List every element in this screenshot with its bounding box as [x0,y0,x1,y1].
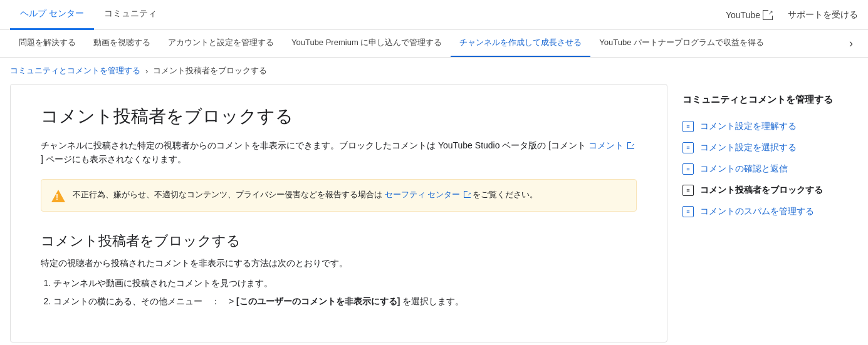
article-description: チャンネルに投稿された特定の視聴者からのコメントを非表示にできます。ブロックした… [41,138,637,167]
nav-community[interactable]: コミュニティ [94,0,167,30]
top-nav-right: YouTube ↗ サポートを受ける [726,9,858,21]
safety-center-external-icon: ↗ [464,191,471,198]
steps-list: チャンネルや動画に投稿されたコメントを見つけます。 コメントの横にある、その他メ… [53,275,637,309]
warning-triangle-icon [51,190,65,202]
sec-nav-premium[interactable]: YouTube Premium に申し込んで管理する [283,30,451,58]
sidebar-doc-icon-2: ≡ [682,142,694,153]
breadcrumb-parent[interactable]: コミュニティとコメントを管理する [10,65,140,76]
step-1: チャンネルや動画に投稿されたコメントを見つけます。 [53,275,637,291]
sec-nav-chevron-icon[interactable]: › [844,37,858,50]
youtube-label: YouTube [726,10,760,20]
sidebar-item-label-1: コメント設定を理解する [700,121,797,132]
sidebar-item-label-2: コメント設定を選択する [700,142,797,153]
sec-nav-channel[interactable]: チャンネルを作成して成長させる [451,30,590,58]
youtube-link[interactable]: YouTube ↗ [726,10,773,20]
breadcrumb-separator: › [145,66,148,76]
sec-nav-watch[interactable]: 動画を視聴する [85,30,159,58]
comment-external-icon: ↗ [627,142,634,149]
sidebar-doc-icon-5: ≡ [682,206,694,217]
warning-text: 不正行為、嫌がらせ、不適切なコンテンツ、プライバシー侵害などを報告する場合は セ… [73,188,538,202]
sidebar-item-comment-settings-select[interactable]: ≡ コメント設定を選択する [682,137,858,158]
top-navigation: ヘルプ センター コミュニティ YouTube ↗ サポートを受ける [0,0,868,30]
sidebar: コミュニティとコメントを管理する ≡ コメント設定を理解する ≡ コメント設定を… [682,84,858,342]
sidebar-item-label-3: コメントの確認と返信 [700,163,788,175]
sec-nav-troubleshoot[interactable]: 問題を解決する [10,30,85,58]
step-2-bold: [このユーザーのコメントを非表示にする] [236,296,400,306]
article-title: コメント投稿者をブロックする [41,105,637,128]
sidebar-doc-icon-4: ≡ [682,185,694,196]
sidebar-item-comment-settings-understand[interactable]: ≡ コメント設定を理解する [682,116,858,137]
sec-nav-account[interactable]: アカウントと設定を管理する [159,30,283,58]
sidebar-item-block-commenter[interactable]: ≡ コメント投稿者をブロックする [682,180,858,201]
sidebar-item-comment-confirm-reply[interactable]: ≡ コメントの確認と返信 [682,158,858,180]
sidebar-doc-icon-3: ≡ [682,163,694,175]
sidebar-doc-icon-1: ≡ [682,121,694,132]
section-title: コメント投稿者をブロックする [41,232,637,250]
comment-link[interactable]: コメント ↗ [588,140,634,150]
sec-nav-partner[interactable]: YouTube パートナープログラムで収益を得る [590,30,773,58]
sidebar-item-label-5: コメントのスパムを管理する [700,206,814,217]
support-link[interactable]: サポートを受ける [788,9,858,21]
article: コメント投稿者をブロックする チャンネルに投稿された特定の視聴者からのコメントを… [10,84,667,342]
breadcrumb: コミュニティとコメントを管理する › コメント投稿者をブロックする [0,58,868,84]
nav-help-center[interactable]: ヘルプ センター [10,0,94,30]
secondary-navigation: 問題を解決する 動画を視聴する アカウントと設定を管理する YouTube Pr… [0,30,868,58]
main-layout: コメント投稿者をブロックする チャンネルに投稿された特定の視聴者からのコメントを… [0,84,868,342]
sidebar-item-label-4: コメント投稿者をブロックする [700,185,823,196]
warning-box: 不正行為、嫌がらせ、不適切なコンテンツ、プライバシー侵害などを報告する場合は セ… [41,179,637,212]
step-2: コメントの横にある、その他メニュー ： > [このユーザーのコメントを非表示にす… [53,294,637,309]
safety-center-link[interactable]: セーフティ センター ↗ [385,190,473,199]
sidebar-item-manage-spam[interactable]: ≡ コメントのスパムを管理する [682,201,858,222]
top-nav-left: ヘルプ センター コミュニティ [10,0,167,30]
section-description: 特定の視聴者から投稿されたコメントを非表示にする方法は次のとおりです。 [41,258,637,269]
sidebar-title: コミュニティとコメントを管理する [682,94,858,106]
breadcrumb-current: コメント投稿者をブロックする [153,65,267,76]
external-link-icon: ↗ [763,10,773,20]
